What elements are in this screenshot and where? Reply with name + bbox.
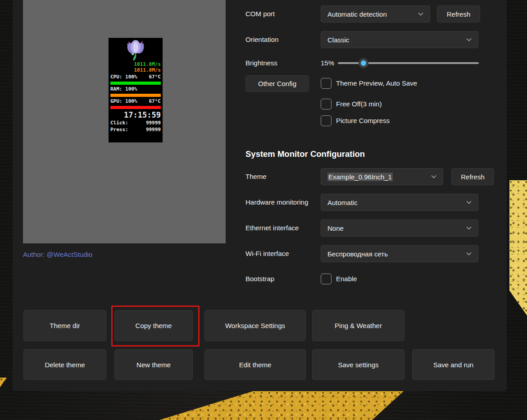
theme-label: Theme [245,168,267,185]
cpu-load: CPU: 100% [110,73,137,81]
hardware-monitoring-value: Automatic [327,199,358,206]
hardware-monitoring-label: Hardware monitoring [245,194,308,211]
chevron-down-icon [466,201,472,204]
bootstrap-enable-checkbox[interactable] [321,274,332,284]
orientation-value: Classic [327,36,349,44]
new-theme-button[interactable]: New theme [114,349,193,380]
orientation-dropdown[interactable]: Classic [321,31,478,48]
author-link[interactable]: Author: @WeActStudio [23,251,92,258]
theme-refresh-button[interactable]: Refresh [451,168,494,185]
brightness-label: Brightness [245,55,277,72]
free-off-checkbox[interactable] [321,99,332,110]
save-settings-button[interactable]: Save settings [312,349,404,380]
com-port-label: COM port [245,5,275,23]
gpu-temp: 67°C [149,98,161,105]
click-value: 99999 [146,119,161,126]
hardware-monitoring-dropdown[interactable]: Automatic [321,194,478,211]
com-refresh-button[interactable]: Refresh [437,5,480,23]
cpu-stats: CPU: 100% 67°C [110,73,161,81]
press-value: 99999 [146,126,161,133]
brightness-slider[interactable] [338,62,479,64]
bootstrap-enable-label: Enable [336,274,357,284]
edit-theme-button[interactable]: Edit theme [204,349,306,380]
click-counter: Click: 99999 [110,119,161,126]
net-download-speed: 1011.8M/s [110,61,161,67]
com-port-dropdown[interactable]: Automatic detection [321,5,430,23]
ram-load: RAM: 100% [110,86,137,93]
chevron-down-icon [466,226,472,230]
display-preview: 1011.8M/s 1011.8M/s CPU: 100% 67°C RAM: … [109,38,163,142]
com-port-value: Automatic detection [327,10,387,18]
ping-weather-button[interactable]: Ping & Weather [312,310,404,341]
theme-preview-panel: 1011.8M/s 1011.8M/s CPU: 100% 67°C RAM: … [23,0,226,243]
ethernet-interface-label: Ethernet interface [245,219,299,237]
free-off-label: Free Off(3 min) [336,99,382,110]
chevron-down-icon [466,252,472,256]
chevron-down-icon [466,38,472,41]
delete-theme-button[interactable]: Delete theme [23,349,106,380]
gpu-load: GPU: 100% [110,98,137,105]
wifi-interface-value: Беспроводная сеть [327,250,388,258]
gpu-stats: GPU: 100% 67°C [110,98,161,105]
theme-preview-auto-save-label: Theme Preview, Auto Save [336,78,417,89]
picture-compress-checkbox[interactable] [321,115,332,126]
picture-compress-label: Picture Compress [336,115,390,126]
wifi-interface-dropdown[interactable]: Беспроводная сеть [321,245,478,262]
cpu-meter-bar [110,82,161,85]
press-counter: Press: 99999 [110,126,161,133]
clock: 17:15:59 [110,110,161,119]
ethernet-interface-value: None [327,224,344,232]
cpu-temp: 67°C [149,73,161,81]
theme-preview-auto-save-checkbox[interactable] [321,78,332,89]
gpu-meter-bar [110,106,161,109]
copy-theme-button[interactable]: Copy theme [114,310,193,341]
tulip-flower-icon [110,39,161,61]
press-label: Press: [110,126,128,133]
net-upload-speed: 1011.8M/s [110,67,161,73]
wifi-interface-label: Wi-Fi interface [245,245,289,262]
brightness-slider-thumb[interactable] [359,58,368,68]
bootstrap-label: Bootstrap [245,271,274,287]
brightness-value: 15% [321,55,334,72]
ethernet-interface-dropdown[interactable]: None [321,219,478,237]
click-label: Click: [110,119,128,126]
chevron-down-icon [418,12,423,16]
theme-value: Example_0.96Inch_1 [327,173,393,181]
section-heading: System Monitor Configuration [245,149,365,159]
workspace-settings-button[interactable]: Workspace Settings [204,310,306,341]
app-window: 1011.8M/s 1011.8M/s CPU: 100% 67°C RAM: … [13,0,507,391]
theme-dir-button[interactable]: Theme dir [23,310,106,341]
ram-meter-bar [110,94,161,97]
orientation-label: Orientation [245,31,278,48]
chevron-down-icon [431,175,436,178]
other-config-button[interactable]: Other Config [245,75,309,92]
ram-stats: RAM: 100% [110,86,161,93]
theme-dropdown[interactable]: Example_0.96Inch_1 [321,168,443,185]
save-and-run-button[interactable]: Save and run [412,349,495,380]
